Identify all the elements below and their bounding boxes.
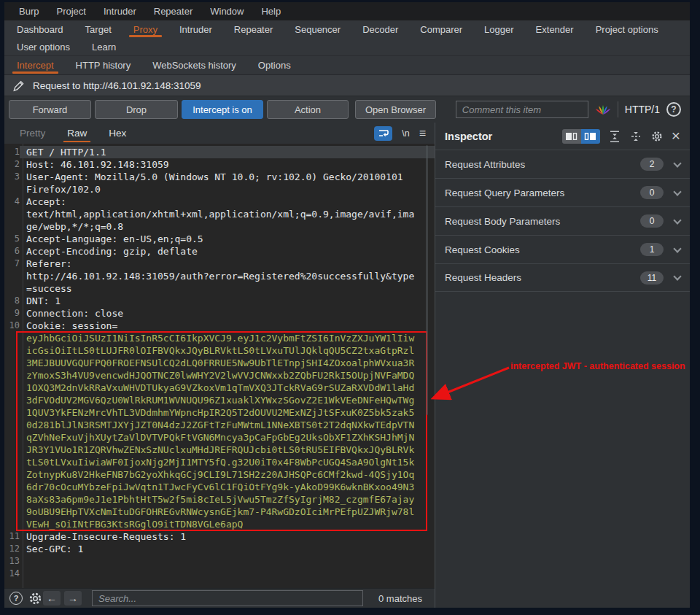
line-number [4,344,20,357]
message-editor-pane: PrettyRawHex \n ≡ 1GET / HTTP/1.12Host: … [4,123,435,608]
tab-sequencer[interactable]: Sequencer [284,20,351,38]
request-line-text[interactable] [20,555,435,568]
layout-left-icon[interactable] [562,129,581,144]
search-help-icon[interactable]: ? [9,592,23,605]
tab-project-options[interactable]: Project options [585,20,669,38]
jwt-line-text[interactable]: VEwH_sOiINtFBG3KtsRGglO9itTDN8VGLe6apQ [20,518,435,530]
jwt-line-text[interactable]: qZVhNeFxuVjhXUytZaVlDVTVPQkFtVGN6Mncya3p… [20,431,435,444]
tab-learn[interactable]: Learn [81,38,127,55]
request-line-text[interactable]: GET / HTTP/1.1 [20,146,435,158]
subtab-options[interactable]: Options [247,56,302,74]
inspector-section-request-body-parameters[interactable]: Request Body Parameters0 [435,206,690,235]
jwt-line-text[interactable]: 1QUV3YkFENzMrcVhTL3VDdmhmYWpncHpIR2Q5T2d… [20,406,435,419]
word-wrap-icon[interactable] [374,126,392,141]
inspector-close-icon[interactable]: × [672,128,680,143]
request-line-text[interactable]: ge/webp,*/*;q=0.8 [20,220,435,233]
request-line-text[interactable]: http://46.101.92.148:31059/auth?error=Re… [20,270,435,282]
line-number [4,456,20,468]
jwt-line-text[interactable]: 3MEJBUUVGQUFPQ0FROEFNSUlCQ2dLQ0FRRUE5Nw9… [20,357,435,369]
tab-repeater[interactable]: Repeater [223,20,284,38]
inspector-section-request-query-parameters[interactable]: Request Query Parameters0 [435,178,690,206]
proxy-sub-tab-bar: InterceptHTTP historyWebSockets historyO… [4,55,690,74]
inspector-section-request-attributes[interactable]: Request Attributes2 [435,150,690,178]
request-line-text[interactable]: DNT: 1 [20,295,435,307]
request-line-text[interactable]: User-Agent: Mozilla/5.0 (Windows NT 10.0… [20,171,435,183]
tab-comparer[interactable]: Comparer [409,20,473,38]
editor-menu-icon[interactable]: ≡ [419,127,426,140]
menu-repeater[interactable]: Repeater [145,2,201,20]
jwt-line-text[interactable]: ZotnypKu8V2HkeFNB7bG2yoXhkqGCj9CLI9L71SH… [20,468,435,481]
http-version-label[interactable]: HTTP/1 [625,104,660,115]
jwt-line-text[interactable]: 8aXs83a6pm9eJ1e1PbhtHtT5w2f5mi8cIeL5jVwu… [20,493,435,506]
jwt-line-text[interactable]: 3dFVOdUV2MGV6QzU0WlRkRUM1WVNUQU96Z1xuakl… [20,394,435,406]
jwt-line-text[interactable]: 0d281blJlN3RSMTJXYjJZT0N4dzJ2ZGFtTzFuMWt… [20,419,435,431]
request-line-text[interactable]: Referer: [20,258,435,270]
editor-tab-raw[interactable]: Raw [56,123,98,144]
request-line-text[interactable]: Accept-Language: en-US,en;q=0.5 [20,233,435,245]
search-input[interactable] [92,590,363,606]
subtab-intercept[interactable]: Intercept [6,56,65,74]
jwt-line-text[interactable]: zYmoxS3h4VU9vencwdHJQOTNCZ0lwWHY2V2lwVVJ… [20,369,435,382]
tab-extender[interactable]: Extender [525,20,585,38]
jwt-line-text[interactable]: tLS0tLVxuIiwiaWF0IjoxNjg2MjI1MTY5fQ.g32U… [20,456,435,468]
next-match-button[interactable]: → [64,591,82,606]
subtab-websockets-history[interactable]: WebSockets history [141,56,247,74]
action-button[interactable]: Action [267,100,349,119]
open-browser-button[interactable]: Open Browser [355,100,436,119]
request-line-text[interactable]: Accept-Encoding: gzip, deflate [20,245,435,258]
tab-target[interactable]: Target [74,20,122,38]
forward-button[interactable]: Forward [9,100,91,119]
request-line-text[interactable]: =success [20,282,435,295]
raw-request-editor[interactable]: 1GET / HTTP/1.12Host: 46.101.92.148:3105… [4,144,435,588]
comment-input[interactable] [456,101,588,118]
jwt-line-text[interactable]: icGsiOiItLS0tLUJFR0lOIFBVQkxJQyBLRVktLS0… [20,344,435,357]
menu-window[interactable]: Window [201,2,252,20]
layout-right-icon[interactable] [581,129,600,144]
request-line-text[interactable] [20,568,435,580]
inspector-section-label: Request Attributes [445,159,525,170]
request-banner: Request to http://46.101.92.148:31059 [4,74,690,96]
jwt-line-text[interactable]: 9oUBU9EHpTVXcNmItuDGFOHREGvRNWcysnGEjkm7… [20,506,435,518]
request-line-text[interactable]: Sec-GPC: 1 [20,543,435,555]
editor-tab-hex[interactable]: Hex [98,123,137,144]
drop-button[interactable]: Drop [95,100,178,119]
tab-proxy[interactable]: Proxy [122,20,168,38]
menu-help[interactable]: Help [252,2,289,20]
request-line-text[interactable]: Accept: [20,196,435,208]
jwt-line-text[interactable]: 6dr70cOcuMYbzeFpiJwVqtn1TJwcFyCv6lC1FQiO… [20,481,435,493]
request-line-text[interactable]: text/html,application/xhtml+xml,applicat… [20,208,435,220]
tab-dashboard[interactable]: Dashboard [6,20,74,38]
tab-logger[interactable]: Logger [473,20,524,38]
jwt-line-text[interactable]: 1OXQ3M2dnVkRRaVxuWHVDTUkyaG9VZkoxVm1qTmV… [20,382,435,394]
collapse-all-icon[interactable] [629,130,642,143]
request-line-text[interactable]: Host: 46.101.92.148:31059 [20,158,435,171]
tab-user-options[interactable]: User options [6,38,81,55]
request-line-text[interactable]: Upgrade-Insecure-Requests: 1 [20,530,435,543]
editor-scrollbar[interactable] [426,145,428,415]
inspector-section-count-badge: 0 [640,214,664,228]
expand-all-icon[interactable] [608,130,621,143]
inspector-settings-gear-icon[interactable] [650,130,664,143]
highlight-color-icon[interactable] [595,102,611,117]
tab-intruder[interactable]: Intruder [168,20,223,38]
editor-tab-pretty[interactable]: Pretty [9,123,56,144]
menu-burp[interactable]: Burp [10,2,47,20]
request-line-text[interactable]: Connection: close [20,307,435,320]
tab-decoder[interactable]: Decoder [351,20,409,38]
newline-toggle-icon[interactable]: \n [402,128,409,139]
inspector-section-request-cookies[interactable]: Request Cookies1 [435,235,690,263]
search-status-bar: ? ← → 0 matches [4,588,435,608]
inspector-sections: Request Attributes2Request Query Paramet… [435,150,690,292]
jwt-line-text[interactable]: JR3Y1VUo1R1ZQRVhwZENxSzNUclxuMHdJREFRQUJ… [20,444,435,456]
menu-intruder[interactable]: Intruder [95,2,145,20]
request-line-text[interactable]: Firefox/102.0 [20,183,435,196]
menu-project[interactable]: Project [47,2,94,20]
previous-match-button[interactable]: ← [43,591,61,606]
help-icon[interactable]: ? [666,102,681,117]
request-line-text[interactable]: Cookie: session= [20,320,435,332]
jwt-line-text[interactable]: eyJhbGciOiJSUzI1NiIsInR5cCI6IkpXVCJ9.eyJ… [20,332,435,344]
subtab-http-history[interactable]: HTTP history [65,56,142,74]
intercept-toggle-button[interactable]: Intercept is on [182,100,263,119]
search-settings-gear-icon[interactable] [28,591,43,606]
inspector-section-request-headers[interactable]: Request Headers11 [435,263,690,292]
